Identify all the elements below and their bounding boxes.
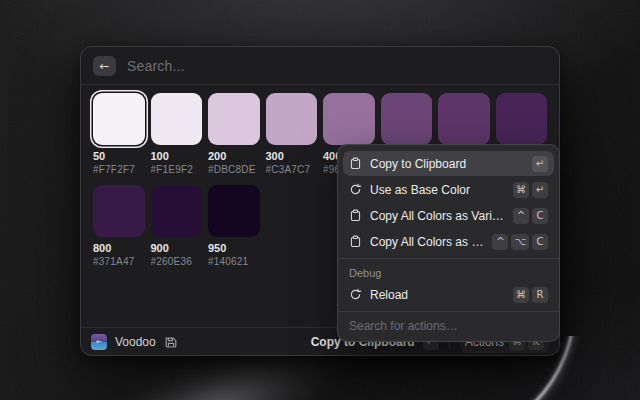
color-swatch-300[interactable]: 300#C3A7C7 [266,93,318,175]
search-input[interactable]: Search... [127,58,185,74]
swatch-hex-value: #140621 [208,256,260,267]
clipboard-icon [349,235,362,248]
color-swatch-200[interactable]: 200#DBC8DE [208,93,260,175]
swatch-color-box[interactable] [438,93,490,145]
swatch-color-box[interactable] [208,185,260,237]
keycap: C [532,234,548,250]
action-search-input[interactable]: Search for actions… [338,311,559,341]
keycap: ⌘ [513,182,529,198]
swatch-step-label: 900 [151,242,203,254]
swatch-step-label: 50 [93,150,145,162]
color-swatch-800[interactable]: 800#371A47 [93,185,145,267]
save-icon[interactable] [164,335,178,349]
voodoo-palette-window: ← Search... 50#F7F2F7100#F1E9F2200#DBC8D… [80,46,560,356]
keycap: ↵ [532,182,548,198]
swatch-color-box[interactable] [496,93,548,145]
action-item-copy-to-clipboard[interactable]: Copy to Clipboard↵ [343,151,554,176]
keycap: R [532,287,548,303]
panel-section-divider [338,258,559,259]
desktop-background: ← Search... 50#F7F2F7100#F1E9F2200#DBC8D… [0,0,640,400]
keycap: ⌘ [513,287,529,303]
action-item-label: Copy All Colors as JSON [370,235,484,249]
action-item-label: Reload [370,288,505,302]
swatch-color-box[interactable] [381,93,433,145]
keycap: ^ [513,208,529,224]
swatch-hex-value: #F1E9F2 [151,164,203,175]
swatch-step-label: 200 [208,150,260,162]
swatch-step-label: 100 [151,150,203,162]
swatch-hex-value: #DBC8DE [208,164,260,175]
swatch-color-box[interactable] [208,93,260,145]
color-swatch-950[interactable]: 950#140621 [208,185,260,267]
action-item-reload[interactable]: Reload⌘R [343,282,554,307]
swatch-color-box[interactable] [151,185,203,237]
keycap: C [532,208,548,224]
search-header: ← Search... [81,47,559,85]
circular-arrow-icon [349,288,362,301]
keycap: ^ [492,234,508,250]
shortcut-keys: ↵ [532,156,548,172]
color-swatch-900[interactable]: 900#260E36 [151,185,203,267]
shortcut-keys: ⌘R [513,287,548,303]
app-name: Voodoo [115,335,156,349]
swatch-step-label: 800 [93,242,145,254]
swatch-hex-value: #C3A7C7 [266,164,318,175]
voodoo-app-icon: ← [91,334,107,350]
keycap: ⌥ [511,234,529,250]
panel-section-title: Debug [338,263,559,281]
action-item-label: Copy to Clipboard [370,157,524,171]
swatch-hex-value: #F7F2F7 [93,164,145,175]
action-item-label: Use as Base Color [370,183,505,197]
swatch-step-label: 300 [266,150,318,162]
shortcut-keys: ^C [513,208,548,224]
shortcut-keys: ⌘↵ [513,182,548,198]
swatch-color-box[interactable] [266,93,318,145]
swatch-color-box[interactable] [93,93,145,145]
swatch-hex-value: #260E36 [151,256,203,267]
swatch-hex-value: #371A47 [93,256,145,267]
action-panel: Copy to Clipboard↵Use as Base Color⌘↵Cop… [337,144,560,342]
color-swatch-100[interactable]: 100#F1E9F2 [151,93,203,175]
color-swatch-50[interactable]: 50#F7F2F7 [93,93,145,175]
swatch-step-label: 950 [208,242,260,254]
swatch-color-box[interactable] [151,93,203,145]
clipboard-icon [349,157,362,170]
clipboard-icon [349,209,362,222]
action-item-copy-all-colors-as-variable-declara[interactable]: Copy All Colors as Variable Declara…^C [343,203,554,228]
keycap: ↵ [532,156,548,172]
action-item-label: Copy All Colors as Variable Declara… [370,209,505,223]
shortcut-keys: ^⌥C [492,234,548,250]
back-button[interactable]: ← [93,56,116,76]
action-item-copy-all-colors-as-json[interactable]: Copy All Colors as JSON^⌥C [343,229,554,254]
action-item-use-as-base-color[interactable]: Use as Base Color⌘↵ [343,177,554,202]
swatch-color-box[interactable] [323,93,375,145]
circular-arrow-icon [349,183,362,196]
swatch-color-box[interactable] [93,185,145,237]
